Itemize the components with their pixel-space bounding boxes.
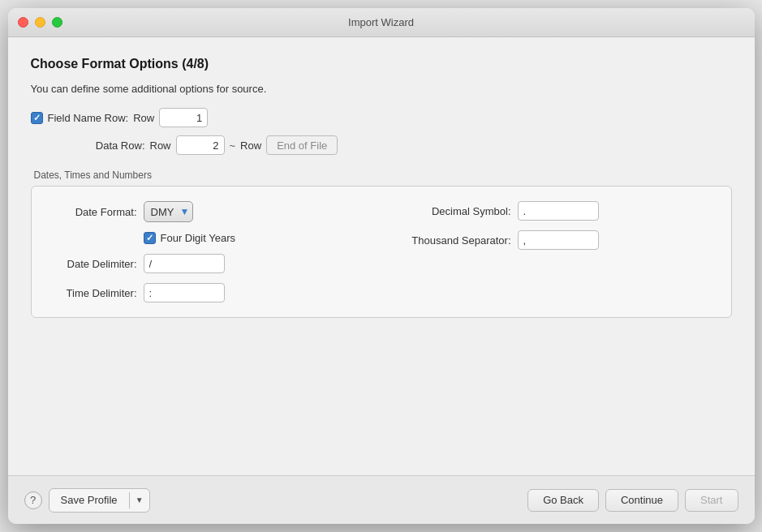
date-delimiter-label: Date Delimiter:: [48, 258, 137, 270]
save-profile-button[interactable]: Save Profile: [50, 489, 129, 512]
maximize-button[interactable]: [52, 17, 62, 28]
field-name-label: Field Name Row:: [48, 112, 129, 124]
tilde-symbol: ~: [230, 139, 236, 152]
minimize-button[interactable]: [35, 17, 45, 28]
four-digit-label: Four Digit Years: [161, 232, 236, 244]
time-delimiter-input[interactable]: [144, 283, 225, 302]
time-delimiter-label: Time Delimiter:: [48, 287, 137, 299]
go-back-button[interactable]: Go Back: [527, 489, 599, 512]
panel-right: Decimal Symbol: Thousand Separator:: [398, 201, 715, 302]
window-title: Import Wizard: [348, 16, 414, 28]
date-format-select[interactable]: DMY MDY YMD: [144, 201, 193, 222]
data-row-prefix: Row: [150, 139, 171, 152]
dates-times-panel: Date Format: DMY MDY YMD ▼ Four Digit Ye…: [31, 186, 732, 318]
close-button[interactable]: [18, 17, 28, 28]
field-name-row: Field Name Row: Row: [31, 108, 732, 127]
end-of-file-button[interactable]: End of File: [266, 135, 338, 155]
date-format-label: Date Format:: [48, 206, 137, 218]
date-format-row: Date Format: DMY MDY YMD ▼: [48, 201, 365, 222]
thousand-separator-label: Thousand Separator:: [398, 234, 511, 247]
bottom-bar: ? Save Profile ▼ Go Back Continue Start: [8, 475, 755, 524]
titlebar: Import Wizard: [8, 8, 755, 37]
thousand-separator-row: Thousand Separator:: [398, 230, 715, 250]
traffic-lights: [18, 17, 62, 28]
data-row-row-label: Row: [240, 139, 261, 152]
time-delimiter-row: Time Delimiter:: [48, 283, 365, 302]
four-digit-checkbox[interactable]: [144, 232, 156, 244]
field-name-prefix: Row: [133, 112, 154, 124]
help-button[interactable]: ?: [24, 491, 42, 509]
date-format-select-wrapper: DMY MDY YMD ▼: [144, 201, 193, 222]
four-digit-years-row: Four Digit Years: [144, 232, 365, 244]
decimal-symbol-input[interactable]: [518, 201, 599, 221]
description-text: You can define some additional options f…: [31, 83, 732, 95]
start-button: Start: [685, 489, 738, 512]
decimal-symbol-label: Decimal Symbol:: [398, 205, 511, 217]
thousand-separator-input[interactable]: [518, 230, 599, 250]
save-profile-dropdown-button[interactable]: ▼: [130, 489, 149, 512]
field-name-input[interactable]: [159, 108, 208, 127]
save-profile-group: Save Profile ▼: [49, 488, 150, 513]
date-delimiter-row: Date Delimiter:: [48, 254, 365, 273]
chevron-down-icon: ▼: [136, 496, 144, 504]
page-title: Choose Format Options (4/8): [31, 57, 732, 71]
decimal-symbol-row: Decimal Symbol:: [398, 201, 715, 221]
data-row: Data Row: Row ~ Row End of File: [48, 135, 732, 155]
panel-section-label: Dates, Times and Numbers: [34, 169, 732, 181]
content-area: Choose Format Options (4/8) You can defi…: [8, 37, 755, 475]
date-delimiter-input[interactable]: [144, 254, 225, 273]
data-row-input[interactable]: [176, 135, 225, 155]
field-name-checkbox[interactable]: [31, 112, 43, 124]
window: Import Wizard Choose Format Options (4/8…: [8, 8, 755, 524]
data-row-label: Data Row:: [48, 139, 145, 152]
panel-left: Date Format: DMY MDY YMD ▼ Four Digit Ye…: [48, 201, 365, 302]
continue-button[interactable]: Continue: [605, 489, 678, 512]
